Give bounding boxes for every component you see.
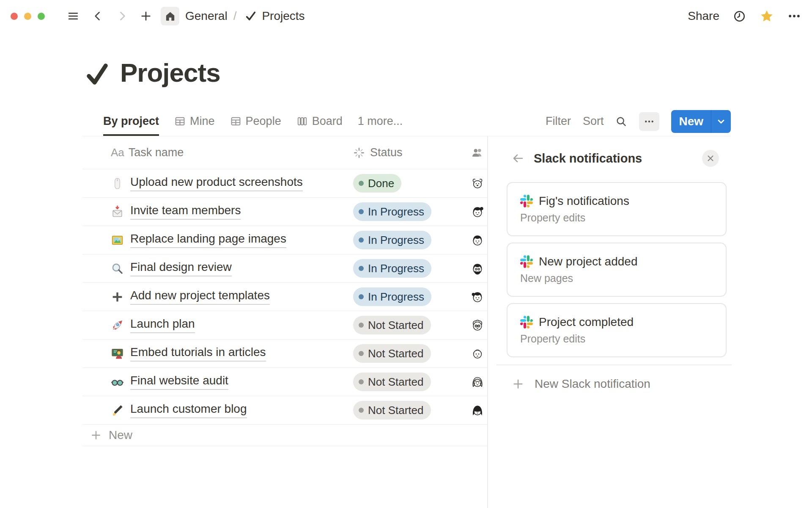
new-row-label: New: [109, 428, 132, 442]
task-title-link[interactable]: Replace landing page images: [130, 232, 286, 248]
table-new-row-button[interactable]: New: [82, 425, 487, 446]
tab-label: 1 more...: [358, 115, 403, 128]
breadcrumb-root[interactable]: General: [185, 9, 228, 23]
status-pill[interactable]: In Progress: [353, 259, 431, 278]
tab-mine[interactable]: Mine: [174, 107, 215, 136]
assignee-avatar[interactable]: [470, 204, 485, 219]
task-title-link[interactable]: Final website audit: [130, 374, 228, 389]
breadcrumb-page[interactable]: Projects: [262, 9, 304, 23]
task-title-link[interactable]: Invite team members: [130, 204, 241, 219]
assignee-avatar[interactable]: [470, 176, 485, 191]
new-page-button[interactable]: [139, 9, 153, 23]
sort-button[interactable]: Sort: [583, 115, 604, 128]
status-pill[interactable]: Done: [353, 174, 401, 193]
column-status[interactable]: Status: [370, 146, 403, 159]
status-pill[interactable]: Not Started: [353, 316, 431, 334]
tab-by-project[interactable]: By project: [103, 107, 159, 136]
view-more-button[interactable]: [639, 112, 659, 131]
rocket-emoji-icon: [111, 319, 124, 332]
close-icon: [705, 153, 716, 163]
back-arrow-icon[interactable]: [512, 152, 524, 165]
close-window-button[interactable]: [11, 13, 18, 20]
page-check-icon: [245, 10, 257, 22]
text-property-icon: Aa: [111, 146, 124, 159]
task-title-link[interactable]: Upload new product screenshots: [130, 175, 303, 191]
people-property-icon[interactable]: [471, 146, 484, 159]
minimize-window-button[interactable]: [24, 13, 31, 20]
search-icon[interactable]: [615, 116, 627, 127]
table-row[interactable]: Invite team members In Progress: [82, 198, 487, 226]
table-row[interactable]: Replace landing page images In Progress: [82, 226, 487, 254]
assignee-avatar[interactable]: [470, 318, 485, 333]
new-slack-notification-label: New Slack notification: [535, 377, 650, 391]
task-title-link[interactable]: Embed tutorials in articles: [130, 345, 266, 361]
status-pill[interactable]: Not Started: [353, 401, 431, 420]
assignee-avatar[interactable]: [470, 374, 485, 389]
window-topbar: General / Projects Share: [0, 0, 812, 32]
chevron-left-icon: [92, 10, 104, 22]
notification-card[interactable]: Project completed Property edits: [507, 303, 727, 357]
mouse-emoji-icon: [111, 177, 124, 190]
filter-button[interactable]: Filter: [546, 115, 571, 128]
status-dot: [359, 181, 364, 186]
page-title-check-icon[interactable]: [85, 62, 109, 86]
home-icon: [165, 11, 176, 22]
notification-card[interactable]: New project added New pages: [507, 243, 727, 297]
plus-icon: [140, 10, 152, 22]
sidebar-toggle-button[interactable]: [66, 9, 80, 23]
assignee-avatar[interactable]: [470, 289, 485, 304]
status-label: Not Started: [368, 375, 424, 389]
table-row[interactable]: Final design review In Progress: [82, 254, 487, 283]
new-button-dropdown[interactable]: [711, 110, 731, 133]
table-row[interactable]: Embed tutorials in articles Not Started: [82, 340, 487, 368]
status-pill[interactable]: In Progress: [353, 202, 431, 221]
panel-close-button[interactable]: [702, 150, 719, 167]
notification-subtitle: Property edits: [520, 212, 726, 224]
panel-title: Slack notifications: [534, 152, 642, 166]
assignee-avatar[interactable]: [470, 346, 485, 361]
updates-clock-icon[interactable]: [733, 10, 746, 23]
assignee-avatar[interactable]: [470, 261, 485, 276]
table-row[interactable]: Launch customer blog Not Started: [82, 396, 487, 425]
more-options-icon[interactable]: [787, 9, 801, 23]
new-slack-notification-button[interactable]: New Slack notification: [512, 377, 719, 391]
column-task-name[interactable]: Task name: [129, 146, 184, 159]
new-button[interactable]: New: [671, 110, 711, 133]
status-dot: [359, 237, 364, 243]
status-dot: [359, 266, 364, 271]
table-row[interactable]: Launch plan Not Started: [82, 311, 487, 340]
table-icon: [230, 116, 241, 127]
notion-window: General / Projects Share Projects By pro…: [0, 0, 812, 508]
task-title-link[interactable]: Launch customer blog: [130, 402, 247, 418]
status-dot: [359, 351, 364, 356]
home-button[interactable]: [161, 7, 179, 25]
status-label: Not Started: [368, 347, 424, 360]
nav-forward-button[interactable]: [115, 9, 129, 23]
task-title-link[interactable]: Final design review: [130, 260, 232, 276]
status-dot: [359, 408, 364, 413]
assignee-avatar[interactable]: [470, 403, 485, 418]
tab-people[interactable]: People: [230, 107, 281, 136]
tab-board[interactable]: Board: [296, 107, 343, 136]
table-row[interactable]: Add new project templates In Progress: [82, 283, 487, 311]
zoom-window-button[interactable]: [38, 13, 45, 20]
table-icon: [174, 116, 186, 127]
notification-card[interactable]: Fig's notifications Property edits: [507, 182, 727, 236]
tab-label: Board: [312, 115, 343, 128]
nav-back-button[interactable]: [91, 9, 105, 23]
table-row[interactable]: Final website audit Not Started: [82, 368, 487, 396]
status-pill[interactable]: Not Started: [353, 344, 431, 363]
favorite-star-icon[interactable]: [760, 9, 774, 23]
task-title-link[interactable]: Add new project templates: [130, 289, 270, 304]
page-header: Projects: [85, 58, 220, 88]
assignee-avatar[interactable]: [470, 232, 485, 248]
task-title-link[interactable]: Launch plan: [130, 317, 195, 333]
share-button[interactable]: Share: [688, 9, 719, 23]
tab-more-views[interactable]: 1 more...: [358, 107, 403, 136]
table-row[interactable]: Upload new product screenshots Done: [82, 169, 487, 198]
status-pill[interactable]: In Progress: [353, 287, 431, 306]
status-pill[interactable]: In Progress: [353, 231, 431, 249]
status-label: Done: [368, 177, 394, 190]
magnifier-emoji-icon: [111, 262, 124, 275]
status-pill[interactable]: Not Started: [353, 373, 431, 391]
